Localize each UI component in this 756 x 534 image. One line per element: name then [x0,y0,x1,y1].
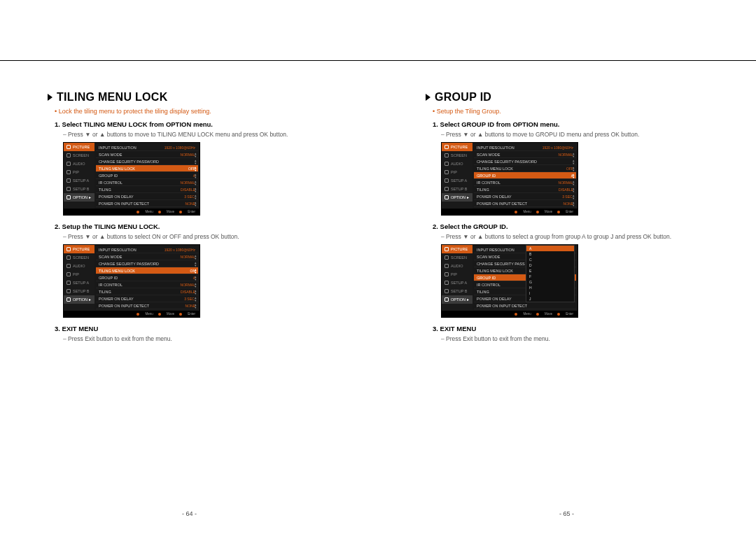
opt-c: C [526,257,574,262]
right-step2-sub: Press ▼ or ▲ buttons to select a group f… [441,233,708,240]
row-tiling-lock-hi: TILING MENU LOCKOFF▴▾ [96,165,198,172]
right-step2: 2. Select the GROUP ID. [433,223,708,230]
right-step3-sub: Press Exit button to exit from the menu. [441,335,708,342]
triangle-icon [426,94,430,101]
opt-g: G [526,279,574,285]
osd-screenshot-tiling-on: PICTURE SCREEN AUDIO PIP SETUP A SETUP B… [63,244,200,318]
left-step3: 3. EXIT MENU [55,325,330,332]
left-title: TILING MENU LOCK [57,91,168,104]
left-step1-sub: Press ▼ or ▲ buttons to move to TILING M… [63,131,330,138]
tab-picture: PICTURE [64,143,94,151]
opt-d: D [526,262,574,268]
osd-screenshot-groupid: PICTURE SCREEN AUDIO PIP SETUP A SETUP B… [441,142,578,216]
document-spread: TILING MENU LOCK Lock the tiling menu to… [0,70,756,346]
right-title: GROUP ID [435,91,491,104]
osd-screenshot-groupid-dropdown: PICTURE SCREEN AUDIO PIP SETUP A SETUP B… [441,244,578,318]
right-step1: 1. Select GROUP ID from OPTION menu. [433,120,708,128]
page-num-left: - 64 - [182,510,197,517]
left-page: TILING MENU LOCK Lock the tiling menu to… [0,70,378,346]
right-intro: Setup the Tiling Group. [433,108,708,115]
opt-f: F [526,274,574,279]
groupid-dropdown: A B C D E F G H I J [526,245,575,302]
right-step3: 3. EXIT MENU [433,325,708,332]
page-num-right: - 65 - [559,510,574,517]
osd-footer: Menu Move Enter [64,209,200,215]
tab-setupb: SETUP B [64,185,94,193]
left-step1: 1. Select TILING MENU LOCK from OPTION m… [55,120,330,128]
tab-screen: SCREEN [64,151,94,160]
left-step2-sub: Press ▼ or ▲ buttons to select ON or OFF… [63,233,330,240]
opt-e: E [526,268,574,274]
row-groupid-hi: GROUP IDA▴▾ [474,172,576,179]
opt-h: H [526,285,574,290]
left-step3-sub: Press Exit button to exit from the menu. [63,335,330,342]
osd-screenshot-tiling-off: PICTURE SCREEN AUDIO PIP SETUP A SETUP B… [63,142,200,216]
opt-i: I [526,290,574,296]
opt-a: A [526,246,574,251]
tab-pip: PIP [64,168,94,176]
right-heading: GROUP ID [426,91,708,104]
tab-setupa: SETUP A [64,176,94,185]
right-page: GROUP ID Setup the Tiling Group. 1. Sele… [378,70,756,346]
triangle-icon [48,94,52,101]
left-step2: 2. Setup the TILING MENU LOCK. [55,223,330,230]
opt-b: B [526,251,574,257]
opt-j: J [526,296,574,302]
tab-option: OPTION ▸ [64,193,94,202]
left-heading: TILING MENU LOCK [48,91,330,104]
right-step1-sub: Press ▼ or ▲ buttons to move to GROPU ID… [441,131,708,138]
tab-audio: AUDIO [64,160,94,168]
osd-sidebar: PICTURE SCREEN AUDIO PIP SETUP A SETUP B… [64,143,94,209]
left-intro: Lock the tiling menu to protect the tili… [55,108,330,115]
top-divider [0,60,756,61]
osd-main: INPUT RESOLUTION1920 x 1080@60Hz SCAN MO… [94,143,200,209]
